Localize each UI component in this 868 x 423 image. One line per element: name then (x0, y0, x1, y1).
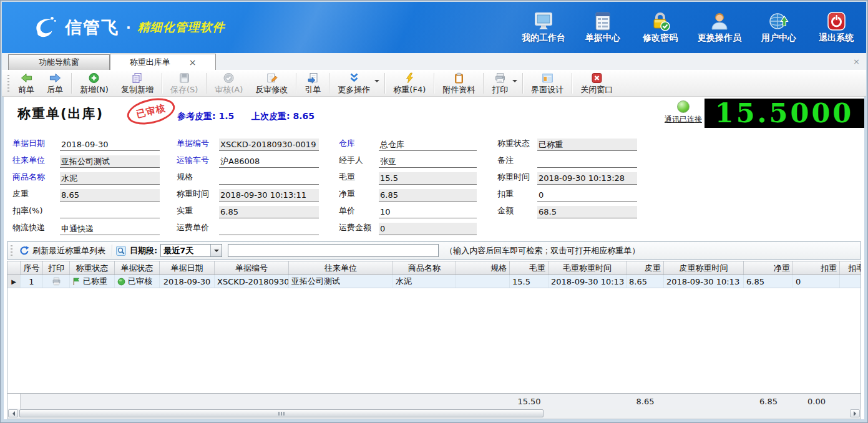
field-freight-price[interactable] (219, 223, 319, 235)
toolbar-attachments[interactable]: 附件资料 (436, 70, 481, 96)
form-row: 备注 (497, 151, 637, 168)
toolbar-print[interactable]: 打印 (485, 70, 520, 96)
form-row: 仓库总仓库 (339, 134, 477, 151)
brand-tagline: 精细化管理软件 (138, 19, 225, 36)
topnav-change-password[interactable]: 修改密码 (640, 11, 680, 44)
horizontal-scrollbar[interactable] (7, 409, 861, 419)
col-header-deduct_rate[interactable]: 扣率 (840, 261, 861, 275)
refresh-recent-list-button[interactable]: 刷新最近称重单列表 (17, 244, 108, 258)
topnav-exit-system[interactable]: 退出系统 (816, 11, 856, 44)
field-partner: 亚拓公司测试 (60, 155, 160, 168)
toolbar-next-doc[interactable]: 后单 (41, 70, 69, 96)
toolbar-label: 关闭窗口 (580, 84, 613, 95)
summary-spec (456, 394, 510, 409)
print-icon[interactable] (52, 277, 61, 286)
tabstrip-close-icon[interactable]: × (853, 57, 860, 66)
date-range-select[interactable]: 最近7天 (160, 244, 222, 257)
monitor-icon (533, 11, 554, 31)
col-header-gross[interactable]: 毛重 (510, 261, 549, 275)
toolbar-weigh[interactable]: 称重(F4) (387, 70, 432, 96)
label-doc-no: 单据编号 (177, 138, 219, 151)
toolbar-ui-design[interactable]: 界面设计 (525, 70, 570, 96)
col-header-gross_time[interactable]: 毛重称重时间 (549, 261, 627, 275)
col-header-print[interactable]: 打印 (43, 261, 70, 275)
toolbar-items: 前单后单新增(N)复制新增保存(S)审核(A)反审修改引单更多操作称重(F4)附… (12, 70, 619, 96)
col-header-net[interactable]: 净重 (744, 261, 793, 275)
table-row[interactable]: ▶1已称重已审核2018-09-30XSCKD-20180930-0019亚拓公… (7, 275, 861, 288)
summary-tare: 8.65 (627, 394, 664, 409)
topnav-label: 修改密码 (643, 32, 678, 44)
toolbar-unaudit-edit[interactable]: 反审修改 (249, 70, 294, 96)
tab-close-icon[interactable]: × (189, 58, 197, 67)
tab-label: 功能导航窗 (39, 57, 79, 68)
brand: 信管飞 · 精细化管理软件 (31, 14, 225, 41)
arrow-left-icon (10, 411, 15, 416)
topnav-doc-center[interactable]: 单据中心 (583, 11, 623, 44)
topnav-user-center[interactable]: 用户中心 (759, 11, 799, 44)
toolbar: 前单后单新增(N)复制新增保存(S)审核(A)反审修改引单更多操作称重(F4)附… (2, 70, 866, 97)
save-icon (178, 72, 190, 84)
chevron-down-icon (374, 80, 379, 85)
col-header-weigh_status[interactable]: 称重状态 (70, 261, 115, 275)
col-header-tare[interactable]: 皮重 (627, 261, 664, 275)
col-header-product[interactable]: 商品名称 (393, 261, 456, 275)
tab-function-nav[interactable]: 功能导航窗 (8, 54, 110, 70)
doc-list-icon (592, 11, 613, 31)
field-product: 水泥 (60, 172, 160, 185)
topnav-label: 更换操作员 (698, 32, 741, 44)
toolbar-prev-doc[interactable]: 前单 (12, 70, 41, 96)
connection-led-icon (677, 100, 690, 113)
field-deduct-weight[interactable]: 0 (537, 189, 637, 202)
scrollbar-thumb[interactable] (19, 409, 544, 417)
topnav-my-workspace[interactable]: 我的工作台 (522, 11, 565, 44)
toolbar-separator (329, 73, 329, 94)
grid-empty-area (7, 288, 861, 393)
date-range-value: 最近7天 (161, 245, 210, 256)
toolbar-add-new[interactable]: 新增(N) (74, 70, 115, 96)
topnav-switch-operator[interactable]: 更换操作员 (698, 11, 741, 44)
field-vehicle-no[interactable]: 沪A86008 (219, 155, 319, 168)
col-header-tare_time[interactable]: 皮重称重时间 (664, 261, 744, 275)
scroll-right-button[interactable] (850, 409, 860, 417)
window-design-icon (542, 72, 553, 84)
summary-gross: 15.50 (510, 394, 549, 409)
lightning-icon (404, 72, 416, 84)
field-unit-price[interactable]: 10 (379, 206, 477, 218)
col-header-doc_date[interactable]: 单据日期 (160, 261, 215, 275)
scroll-left-button[interactable] (8, 409, 18, 417)
label-warehouse: 仓库 (339, 138, 379, 151)
toolbar-separator (483, 73, 484, 94)
col-header-seq[interactable]: 序号 (21, 261, 43, 275)
field-handler[interactable]: 张亚 (379, 155, 477, 168)
toolbar-pull-doc[interactable]: 引单 (298, 70, 327, 96)
form-row: 扣重0 (497, 185, 637, 202)
field-remark[interactable] (537, 155, 637, 168)
field-doc-date[interactable]: 2018-09-30 (60, 139, 160, 151)
cell-gross_time: 2018-09-30 10:13 (549, 275, 627, 288)
col-header-doc_no[interactable]: 单据编号 (215, 261, 289, 275)
cell-deduct_rate (840, 275, 861, 288)
filterbar-separator (112, 245, 112, 256)
tab-weigh-outbound[interactable]: 称重出库单 × (110, 54, 216, 70)
field-deduct-rate[interactable] (60, 206, 160, 218)
summary-print (43, 394, 70, 409)
toolbar-close-window[interactable]: 关闭窗口 (574, 70, 619, 96)
field-weigh-status: 已称重 (537, 139, 637, 151)
dropdown-button[interactable] (210, 245, 222, 256)
field-logistics[interactable]: 申通快递 (60, 223, 160, 235)
toolbar-more-actions[interactable]: 更多操作 (331, 70, 383, 96)
col-header-doc_status[interactable]: 单据状态 (115, 261, 160, 275)
col-header-deduct[interactable]: 扣重 (793, 261, 840, 275)
form-column-4: 称重状态已称重备注称重时间2018-09-30 10:13:28扣重0金额68.… (497, 134, 637, 218)
connection-indicator[interactable]: 通讯已连接 (658, 100, 709, 125)
search-input[interactable] (228, 244, 439, 257)
power-icon (826, 11, 847, 31)
col-header-partner[interactable]: 往来单位 (289, 261, 393, 275)
toolbar-copy-new[interactable]: 复制新增 (115, 70, 160, 96)
field-warehouse[interactable]: 总仓库 (379, 139, 477, 151)
close-red-icon (591, 72, 603, 84)
field-spec[interactable] (219, 172, 319, 185)
ref-tare-label: 参考皮重: (177, 111, 216, 121)
col-header-spec[interactable]: 规格 (456, 261, 510, 275)
summary-doc_status (115, 394, 160, 409)
